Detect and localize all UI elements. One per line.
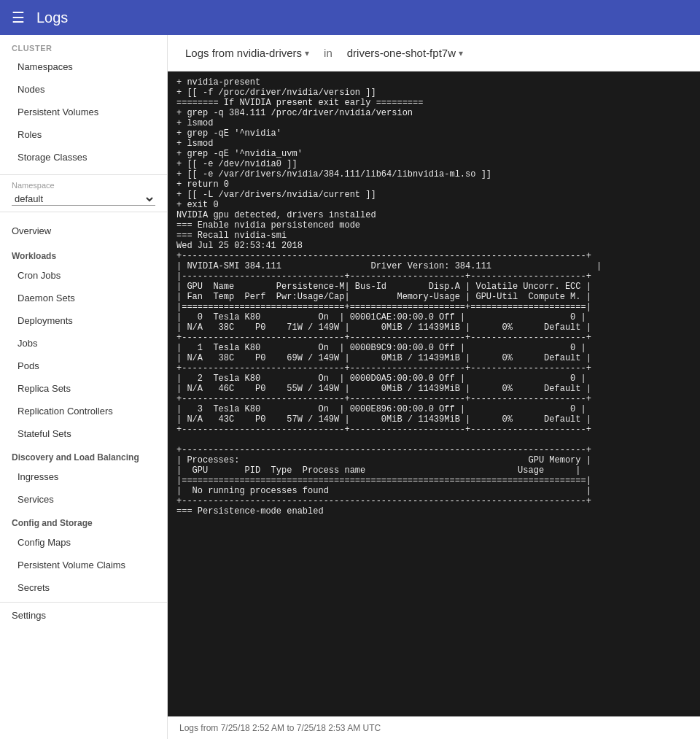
- sidebar-item-overview[interactable]: Overview: [0, 218, 167, 244]
- sidebar-item-nodes[interactable]: Nodes: [0, 78, 167, 101]
- chevron-down-icon: ▾: [305, 48, 309, 58]
- log-footer: Logs from 7/25/18 2:52 AM to 7/25/18 2:5…: [168, 716, 700, 739]
- config-section-header: Config and Storage: [0, 511, 167, 531]
- log-time-range: Logs from 7/25/18 2:52 AM to 7/25/18 2:5…: [179, 723, 381, 733]
- sidebar-item-pvc[interactable]: Persistent Volume Claims: [0, 554, 167, 576]
- terminal-output: + nvidia-present + [[ -f /proc/driver/nv…: [168, 71, 700, 716]
- sidebar-item-ingresses[interactable]: Ingresses: [0, 465, 167, 488]
- sidebar-item-services[interactable]: Services: [0, 488, 167, 511]
- sidebar-item-pods[interactable]: Pods: [0, 355, 167, 377]
- workloads-section-header: Workloads: [0, 244, 167, 264]
- log-target-dropdown[interactable]: drivers-one-shot-fpt7w ▾: [341, 44, 469, 62]
- log-in-text: in: [321, 47, 335, 59]
- sidebar-item-cron-jobs[interactable]: Cron Jobs: [0, 264, 167, 287]
- sidebar-item-replica-sets[interactable]: Replica Sets: [0, 377, 167, 400]
- discovery-section-header: Discovery and Load Balancing: [0, 445, 167, 465]
- namespace-select[interactable]: default: [12, 193, 155, 206]
- menu-icon[interactable]: ☰: [12, 9, 25, 26]
- namespace-selector: Namespace default: [0, 174, 167, 212]
- sidebar-item-jobs[interactable]: Jobs: [0, 332, 167, 355]
- sidebar-item-persistent-volumes[interactable]: Persistent Volumes: [0, 101, 167, 123]
- sidebar: Cluster Namespaces Nodes Persistent Volu…: [0, 35, 168, 739]
- sidebar-item-config-maps[interactable]: Config Maps: [0, 531, 167, 554]
- sidebar-item-deployments[interactable]: Deployments: [0, 309, 167, 332]
- sidebar-item-secrets[interactable]: Secrets: [0, 576, 167, 599]
- sidebar-item-roles[interactable]: Roles: [0, 123, 167, 146]
- log-source-dropdown[interactable]: Logs from nvidia-drivers ▾: [179, 44, 315, 62]
- chevron-down-icon-2: ▾: [459, 48, 463, 58]
- namespace-label: Namespace: [12, 181, 155, 190]
- log-source-label: Logs from nvidia-drivers: [185, 47, 302, 59]
- sidebar-item-daemon-sets[interactable]: Daemon Sets: [0, 287, 167, 309]
- page-title: Logs: [36, 9, 68, 26]
- topbar: ☰ Logs: [0, 0, 700, 35]
- content-area: Logs from nvidia-drivers ▾ in drivers-on…: [168, 35, 700, 739]
- cluster-section-header: Cluster: [0, 35, 167, 55]
- log-target-label: drivers-one-shot-fpt7w: [347, 47, 456, 59]
- log-header: Logs from nvidia-drivers ▾ in drivers-on…: [168, 35, 700, 71]
- sidebar-item-settings[interactable]: Settings: [0, 602, 167, 628]
- sidebar-item-stateful-sets[interactable]: Stateful Sets: [0, 422, 167, 445]
- sidebar-item-namespaces[interactable]: Namespaces: [0, 55, 167, 78]
- sidebar-item-replication-controllers[interactable]: Replication Controllers: [0, 400, 167, 422]
- sidebar-item-storage-classes[interactable]: Storage Classes: [0, 146, 167, 169]
